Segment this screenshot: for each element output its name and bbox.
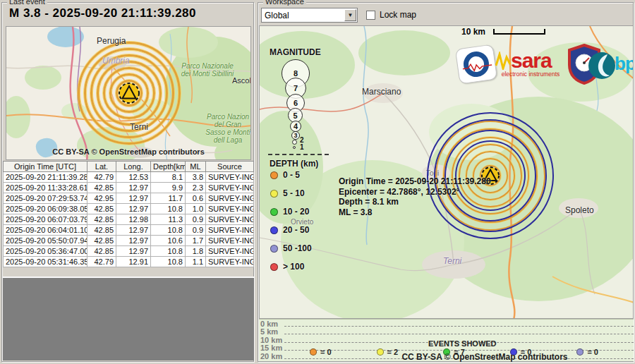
events-table: Origin Time [UTC] Lat. Long. Depth[km] M… — [3, 161, 254, 267]
depth-range-label: 0 - 5 — [283, 170, 300, 180]
col-lat[interactable]: Lat. — [87, 162, 116, 172]
events-showed-title: EVENTS SHOWED — [428, 339, 497, 348]
table-row[interactable]: 2025-09-20 07:29:53.740 42.95 12.97 11.7… — [4, 193, 254, 204]
chevron-down-icon[interactable]: ▼ — [344, 9, 356, 21]
last-event-title: M 3.8 - 2025-09-20 21:11:39.280 — [9, 6, 196, 20]
map-label-ascoli: Ascoli — [232, 76, 251, 85]
table-row[interactable]: 2025-09-20 11:33:28.610 42.85 12.97 9.9 … — [4, 183, 254, 193]
workspace-panel: Workspace Global ▼ Lock map — [258, 2, 634, 362]
depth-dashed-line — [284, 326, 634, 327]
depth-color-dot — [270, 208, 278, 216]
last-event-panel: Last event M 3.8 - 2025-09-20 21:11:39.2… — [1, 2, 254, 362]
map-label-umbria: Umbria — [102, 56, 130, 66]
depth-legend-item: 0 - 5 — [270, 170, 312, 180]
map-attribution: CC BY-SA © OpenStreetMap contributors — [6, 147, 250, 156]
depth-legend-item: 50 -100 — [270, 243, 312, 253]
depth-legend-item: 20 - 50 — [270, 225, 312, 235]
table-row[interactable]: 2025-09-20 06:04:01.100 42.85 12.97 10.8… — [4, 225, 254, 236]
depth-legend-item: > 100 — [270, 262, 312, 272]
table-empty-area — [3, 277, 254, 360]
workspace-map[interactable]: 10 km MAGNITUDE 8 7 6 5 4 3 2 1 DEPTH (k… — [259, 25, 634, 319]
overview-map[interactable]: Perugia Umbria Parco Nazionale dei Monti… — [6, 26, 251, 160]
col-origin-time[interactable]: Origin Time [UTC] — [4, 162, 87, 172]
seismic-network-logo — [455, 44, 497, 84]
event-info-ml: ML = 3.8 — [339, 207, 491, 218]
table-row[interactable]: 2025-09-20 06:07:03.790 42.85 12.98 11.3… — [4, 214, 254, 225]
depth-range-label: 10 - 20 — [283, 207, 309, 217]
lock-map-checkbox[interactable] — [366, 11, 375, 20]
map-label-orvieto: Orvieto — [291, 218, 313, 226]
waveform-icon — [495, 51, 511, 70]
depth-range-label: > 100 — [283, 262, 304, 272]
bph-globe-icon — [588, 51, 616, 80]
table-row[interactable]: 2025-09-20 05:50:07.940 42.85 12.97 10.6… — [4, 236, 254, 246]
depth-legend-item: 5 - 10 — [270, 188, 312, 198]
magnitude-circle-3: 3 — [291, 131, 300, 140]
depth-tick-label: 10 km — [259, 336, 284, 344]
magnitude-label-1: 1 — [300, 143, 304, 151]
map-label-spoleto: Spoleto — [565, 205, 594, 215]
table-row[interactable]: 2025-09-20 05:36:47.000 42.85 12.97 10.8… — [4, 246, 254, 257]
map-label-park-sibillini: Parco Nazionale dei Monti Sibillini — [178, 62, 237, 78]
depth-range-label: 50 -100 — [283, 243, 312, 253]
event-count: = 0 — [320, 348, 332, 356]
bph-logo-text: bph — [615, 53, 634, 75]
workspace-select[interactable]: Global ▼ — [261, 8, 358, 23]
depth-range-label: 5 - 10 — [283, 188, 305, 198]
map-label-marsciano: Marsciano — [362, 87, 401, 97]
table-header-row: Origin Time [UTC] Lat. Long. Depth[km] M… — [4, 162, 254, 172]
depth-color-dot — [270, 226, 278, 234]
table-row[interactable]: 2025-09-20 05:31:46.350 42.79 12.91 10.8… — [4, 257, 254, 267]
depth-tick-label: 0 km — [259, 320, 284, 328]
lock-map-label: Lock map — [380, 10, 416, 20]
legend-separator — [268, 154, 329, 155]
depth-tick-label: 15 km — [259, 344, 284, 352]
depth-range-label: 20 - 50 — [283, 225, 309, 235]
depth-profile-row: 0 km — [259, 320, 634, 328]
last-event-group-label: Last event — [7, 0, 47, 6]
sara-logo-text: sara — [511, 51, 552, 70]
depth-profile-row: 5 km — [259, 328, 634, 336]
depth-color-dot — [270, 245, 278, 253]
col-source[interactable]: Source — [206, 162, 254, 172]
map-attribution: CC BY-SA © OpenStreetMap contributors — [337, 352, 633, 362]
col-depth[interactable]: Depth[km] — [151, 162, 186, 172]
map-label-perugia: Perugia — [97, 36, 126, 46]
depth-color-dot — [270, 190, 278, 198]
col-ml[interactable]: ML — [186, 162, 206, 172]
scale-bar — [493, 29, 545, 35]
col-long[interactable]: Long. — [116, 162, 151, 172]
map-label-park-gran-sasso: Parco Nazion del Gran Sasso e Monti dell… — [204, 113, 251, 144]
map-label-terni: Terni — [130, 122, 148, 132]
event-info: Origin Time = 2025-09-20 21:11:39.280 Ep… — [339, 176, 491, 217]
events-legend-item: = 0 — [310, 348, 332, 356]
depth-legend-title: DEPTH (km) — [270, 159, 318, 169]
map-label-terni: Terni — [443, 256, 461, 266]
table-row[interactable]: 2025-09-20 06:09:38.050 42.85 12.97 10.8… — [4, 204, 254, 214]
event-info-origin-time: Origin Time = 2025-09-20 21:11:39.280 — [339, 176, 491, 187]
depth-tick-label: 20 km — [259, 353, 284, 360]
table-row[interactable]: 2025-09-20 21:11:39.280 42.79 12.53 8.1 … — [4, 172, 254, 183]
depth-color-dot — [270, 171, 278, 179]
events-table-wrap: Origin Time [UTC] Lat. Long. Depth[km] M… — [3, 161, 254, 267]
event-info-depth: Depth = 8.1 km — [339, 197, 491, 207]
magnitude-circle-2 — [292, 140, 297, 145]
magnitude-circle-1 — [293, 146, 296, 149]
sara-logo-subtitle: electronic instruments — [495, 71, 566, 78]
event-info-epicenter: Epicenter = 42.7868°, 12.5302° — [339, 187, 491, 198]
depth-legend-item: 10 - 20 — [270, 207, 312, 217]
workspace-group-label: Workspace — [263, 0, 306, 6]
scale-label: 10 km — [461, 27, 485, 37]
depth-dashed-line — [284, 334, 634, 334]
magnitude-circle-4: 4 — [290, 121, 301, 132]
depth-profile[interactable]: 0 km 5 km 10 km 15 km — [259, 319, 634, 361]
workspace-select-value: Global — [262, 11, 344, 20]
sara-logo: sara electronic instruments — [495, 51, 566, 78]
depth-tick-label: 5 km — [259, 328, 284, 336]
depth-color-dot — [270, 263, 278, 271]
event-color-dot — [310, 348, 317, 356]
magnitude-legend-title: MAGNITUDE — [270, 47, 321, 57]
